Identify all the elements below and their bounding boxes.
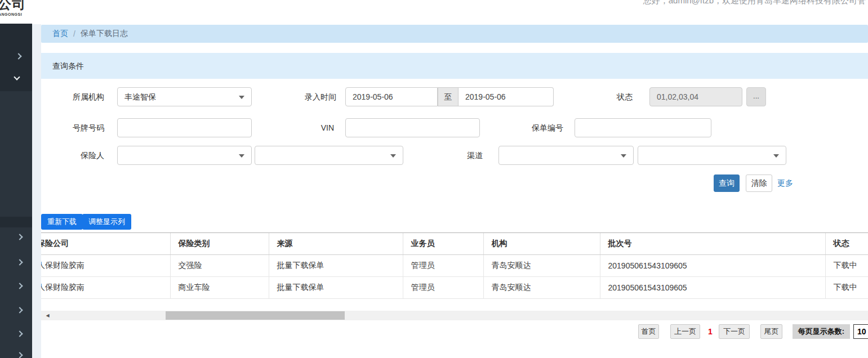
scrollbar-thumb[interactable] [166, 311, 345, 320]
page-current-number: 1 [706, 324, 715, 339]
insurer-label: 保险人 [45, 146, 104, 165]
sidebar-item-2[interactable] [0, 251, 32, 274]
insurer-select-1[interactable] [117, 146, 252, 165]
chevron-right-icon [16, 352, 23, 358]
col-header-org: 机构 [483, 233, 600, 255]
chevron-right-icon [16, 259, 23, 265]
caret-down-icon [239, 96, 244, 99]
policy-no-input[interactable] [575, 118, 711, 137]
org-label: 所属机构 [45, 87, 104, 106]
content-gutter [32, 24, 41, 358]
chevron-right-icon [16, 330, 23, 337]
sidebar-item-1[interactable] [0, 226, 32, 248]
channel-select-2[interactable] [638, 146, 786, 165]
scroll-left-arrow-icon[interactable]: ◀ [43, 311, 52, 320]
app-logo: 公司 ANGONGSI [0, 0, 32, 24]
sidebar-item-3[interactable] [0, 275, 32, 297]
cell-insurance-company: 人保财险胶南 [41, 255, 170, 277]
date-from-input[interactable] [345, 87, 438, 106]
col-header-insurance-company: 保险公司 [41, 233, 170, 255]
col-header-status: 状态 [825, 233, 868, 255]
redownload-button[interactable]: 重新下载 [41, 214, 83, 230]
cell-batch-no: 201905061543109605 [600, 277, 825, 299]
org-select[interactable]: 丰途智保 [117, 87, 252, 106]
per-page-label: 每页显示条数: [793, 324, 850, 339]
channel-label: 渠道 [424, 146, 483, 165]
results-table-wrap: 保险公司 保险类别 来源 业务员 机构 批次号 状态 人保财险胶南 交强险 批量… [41, 232, 868, 299]
table-row: 人保财险胶南 交强险 批量下载保单 管理员 青岛安顺达 201905061543… [41, 255, 868, 277]
date-to-input[interactable] [459, 87, 554, 106]
org-select-value: 丰途智保 [124, 88, 156, 106]
search-button[interactable]: 查询 [714, 174, 740, 192]
sidebar-item-6[interactable] [0, 344, 32, 358]
screen: 公司 ANGONGSI 您好，admin@ftzb，欢迎使用青岛丰途网络科技有限… [0, 0, 868, 358]
more-link[interactable]: 更多 [777, 174, 793, 192]
entry-time-label: 录入时间 [277, 87, 336, 106]
vin-label: VIN [275, 118, 334, 137]
caret-down-icon [773, 154, 779, 158]
status-label: 状态 [573, 87, 633, 106]
cell-insurance-company: 人保财险胶南 [41, 277, 170, 299]
query-panel-title: 查询条件 [41, 53, 868, 79]
sidebar-item-5[interactable] [0, 323, 32, 345]
top-header: 您好，admin@ftzb，欢迎使用青岛丰途网络科技有限公司管 [32, 0, 868, 24]
user-greeting: 您好，admin@ftzb，欢迎使用青岛丰途网络科技有限公司管 [643, 0, 866, 6]
breadcrumb-home-link[interactable]: 首页 [52, 29, 68, 39]
cell-org: 青岛安顺达 [483, 255, 600, 277]
status-input[interactable] [649, 87, 742, 106]
cell-org: 青岛安顺达 [483, 277, 600, 299]
plate-label: 号牌号码 [45, 118, 104, 137]
page-next-button[interactable]: 下一页 [719, 324, 750, 339]
cell-salesperson: 管理员 [403, 255, 483, 277]
cell-insurance-type: 商业车险 [170, 277, 269, 299]
date-range-separator: 至 [438, 87, 459, 106]
caret-down-icon [239, 154, 244, 158]
insurer-select-2[interactable] [255, 146, 403, 165]
page-first-button[interactable]: 首页 [638, 324, 659, 339]
chevron-right-icon [16, 234, 23, 240]
breadcrumb-current: 保单下载日志 [81, 29, 128, 39]
table-row: 人保财险胶南 商业车险 批量下载保单 管理员 青岛安顺达 20190506154… [41, 277, 868, 299]
vin-input[interactable] [345, 118, 480, 137]
table-header-row: 保险公司 保险类别 来源 业务员 机构 批次号 状态 [41, 233, 868, 255]
chevron-right-icon [16, 283, 23, 289]
cell-insurance-type: 交强险 [170, 255, 269, 277]
entry-time-range: 至 [345, 87, 554, 106]
horizontal-scrollbar[interactable]: ◀ [41, 311, 868, 320]
sidebar-item-4[interactable] [0, 299, 32, 321]
cell-source: 批量下载保单 [269, 277, 403, 299]
page-prev-button[interactable]: 上一页 [670, 324, 700, 339]
col-header-salesperson: 业务员 [403, 233, 483, 255]
cell-salesperson: 管理员 [403, 277, 483, 299]
chevron-right-icon [16, 307, 23, 313]
cell-batch-no: 201905061543109605 [600, 255, 825, 277]
per-page-input[interactable] [853, 324, 868, 339]
breadcrumb: 首页 / 保单下载日志 [41, 25, 868, 43]
logo-text: 公司 [0, 0, 30, 13]
results-table: 保险公司 保险类别 来源 业务员 机构 批次号 状态 人保财险胶南 交强险 批量… [41, 232, 868, 299]
status-picker-button[interactable]: ... [746, 87, 766, 106]
plate-input[interactable] [117, 118, 252, 137]
col-header-source: 来源 [269, 233, 403, 255]
col-header-batch-no: 批次号 [600, 233, 825, 255]
col-header-insurance-type: 保险类别 [170, 233, 269, 255]
page-last-button[interactable]: 尾页 [760, 324, 782, 339]
channel-select-1[interactable] [498, 146, 634, 165]
policy-no-label: 保单编号 [504, 118, 563, 137]
logo-subtext: ANGONGSI [0, 12, 30, 16]
cell-status: 下载中 [825, 277, 868, 299]
clear-button[interactable]: 清除 [746, 174, 772, 192]
caret-down-icon [621, 154, 626, 158]
breadcrumb-separator: / [73, 29, 75, 38]
cell-source: 批量下载保单 [269, 255, 403, 277]
cell-status: 下载中 [825, 255, 868, 277]
caret-down-icon [390, 154, 396, 158]
adjust-columns-button[interactable]: 调整显示列 [82, 214, 131, 230]
